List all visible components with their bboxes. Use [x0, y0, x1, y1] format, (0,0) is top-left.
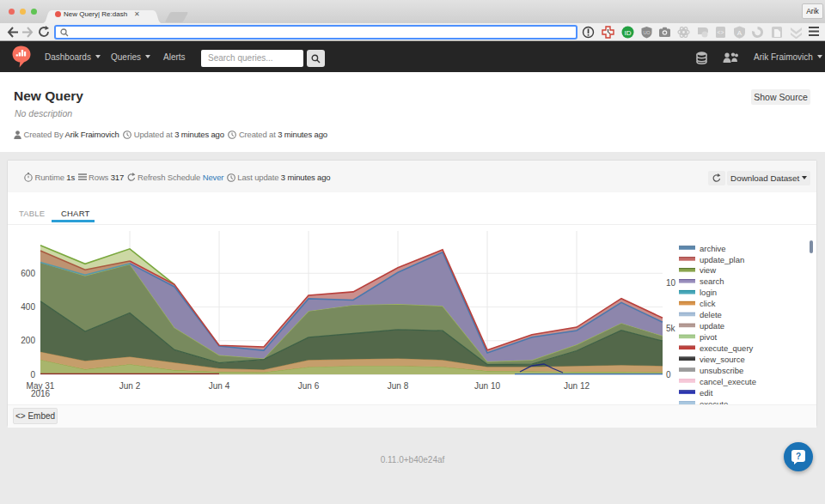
svg-text:200: 200 — [21, 336, 35, 345]
svg-text:login: login — [700, 288, 717, 297]
svg-text:Jun 10: Jun 10 — [474, 381, 500, 391]
svg-text:Jun 6: Jun 6 — [298, 381, 320, 391]
svg-text:click: click — [700, 299, 716, 308]
svg-text:<>: <> — [718, 30, 724, 36]
svg-text:0: 0 — [666, 370, 671, 380]
svg-text:update_plan: update_plan — [700, 255, 744, 264]
svg-text:cancel_execute: cancel_execute — [700, 377, 756, 386]
svg-text:view_source: view_source — [700, 355, 745, 364]
svg-text:?: ? — [796, 452, 801, 461]
svg-text:update: update — [700, 321, 724, 331]
svg-text:2016: 2016 — [31, 389, 51, 398]
svg-text:Jun 8: Jun 8 — [388, 381, 409, 391]
svg-text:view: view — [700, 265, 716, 275]
svg-text:0: 0 — [30, 370, 35, 380]
svg-text:archive: archive — [700, 244, 726, 253]
svg-text:Jun 12: Jun 12 — [564, 381, 590, 391]
svg-text:Jun 4: Jun 4 — [209, 381, 230, 391]
svg-text:UO: UO — [643, 30, 651, 35]
svg-text:600: 600 — [21, 269, 35, 278]
svg-text:A: A — [737, 29, 742, 37]
svg-text:search: search — [700, 276, 724, 286]
svg-text:Jun 2: Jun 2 — [119, 381, 141, 391]
svg-text:5k: 5k — [666, 324, 676, 333]
svg-text:ID: ID — [625, 29, 632, 37]
svg-text:execute_query: execute_query — [700, 343, 754, 353]
svg-text:pivot: pivot — [700, 332, 717, 342]
svg-text:unsubscribe: unsubscribe — [700, 366, 743, 375]
svg-text:400: 400 — [21, 302, 35, 312]
svg-text:edit: edit — [700, 388, 713, 398]
svg-text:delete: delete — [700, 310, 722, 319]
svg-text:10: 10 — [666, 278, 676, 288]
